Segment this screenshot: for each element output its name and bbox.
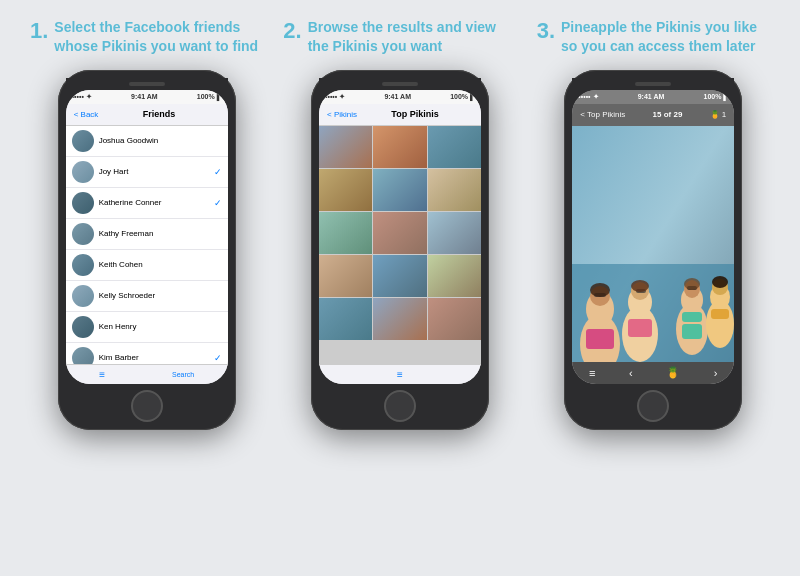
phone-2-navbar: < Pikinis Top Pikinis	[319, 104, 481, 126]
phone-3-counter: 15 of 29	[653, 110, 683, 119]
svg-point-23	[631, 280, 649, 292]
photo-cell-5[interactable]	[373, 169, 426, 211]
friend-avatar-7	[72, 316, 94, 338]
friend-name-6: Kelly Schroeder	[99, 291, 217, 300]
photo-cell-8[interactable]	[373, 212, 426, 254]
step-3-column: 3. Pineapple the Pikinis you like so you…	[527, 18, 780, 430]
photo-cell-10[interactable]	[319, 255, 372, 297]
phone-3-time: 9:41 AM	[638, 93, 665, 100]
phone-3-speaker	[635, 82, 671, 86]
friend-name-8: Kim Barber	[99, 353, 209, 362]
friend-row-4[interactable]: Kathy Freeman	[66, 219, 228, 250]
prev-photo-button[interactable]: ‹	[629, 367, 633, 379]
photo-cell-13[interactable]	[319, 298, 372, 340]
photo-detail[interactable]	[572, 126, 734, 362]
friend-avatar-2	[72, 161, 94, 183]
friend-avatar-8	[72, 347, 94, 364]
phone-2-back-button[interactable]: < Pikinis	[327, 110, 357, 119]
step-2-number: 2.	[283, 18, 301, 44]
menu-icon-2[interactable]: ≡	[397, 369, 403, 380]
photo-cell-14[interactable]	[373, 298, 426, 340]
photo-cell-12[interactable]	[428, 255, 481, 297]
phone-3-screen: ••••• ✦ 9:41 AM 100% ▌ < Top Pikinis 15 …	[572, 90, 734, 384]
phone-3-signal: ••••• ✦	[578, 93, 598, 101]
friend-row-6[interactable]: Kelly Schroeder	[66, 281, 228, 312]
step-1-text: Select the Facebook friends whose Pikini…	[54, 18, 263, 56]
phone-2-speaker	[382, 82, 418, 86]
phone-3-pineapple[interactable]: 🍍 1	[710, 110, 727, 119]
friend-row-2[interactable]: Joy Hart ✓	[66, 157, 228, 188]
photo-cell-1[interactable]	[319, 126, 372, 168]
photo-grid[interactable]	[319, 126, 481, 364]
friend-avatar-6	[72, 285, 94, 307]
phone-1-top	[66, 78, 228, 90]
step-2-header: 2. Browse the results and view the Pikin…	[283, 18, 516, 56]
phone-3-top	[572, 78, 734, 90]
phone-3-status-bar: ••••• ✦ 9:41 AM 100% ▌	[572, 90, 734, 104]
photo-cell-2[interactable]	[373, 126, 426, 168]
phone-1-status-bar: ••••• ✦ 9:41 AM 100% ▌	[66, 90, 228, 104]
step-2-column: 2. Browse the results and view the Pikin…	[273, 18, 526, 430]
friend-name-7: Ken Henry	[99, 322, 217, 331]
photo-cell-9[interactable]	[428, 212, 481, 254]
friend-check-8: ✓	[214, 353, 222, 363]
phone-1-speaker	[129, 82, 165, 86]
phone-1: ••••• ✦ 9:41 AM 100% ▌ < Back Friends Jo…	[58, 70, 236, 430]
phone-2: ••••• ✦ 9:41 AM 100% ▌ < Pikinis Top Pik…	[311, 70, 489, 430]
svg-rect-9	[628, 319, 652, 337]
friend-avatar-3	[72, 192, 94, 214]
photo-cell-6[interactable]	[428, 169, 481, 211]
phone-2-time: 9:41 AM	[384, 93, 411, 100]
phone-3-bottom-bar: ≡ ‹ 🍍 ›	[572, 362, 734, 384]
next-photo-button[interactable]: ›	[714, 367, 718, 379]
photo-cell-3[interactable]	[428, 126, 481, 168]
svg-rect-5	[586, 329, 614, 349]
photo-cell-4[interactable]	[319, 169, 372, 211]
phone-2-top	[319, 78, 481, 90]
svg-rect-18	[711, 309, 729, 319]
friend-name-3: Katherine Conner	[99, 198, 209, 207]
main-container: 1. Select the Facebook friends whose Pik…	[0, 0, 800, 576]
step-1-header: 1. Select the Facebook friends whose Pik…	[30, 18, 263, 56]
svg-point-22	[590, 283, 610, 297]
phone-2-home-button[interactable]	[384, 390, 416, 422]
phone-3: ••••• ✦ 9:41 AM 100% ▌ < Top Pikinis 15 …	[564, 70, 742, 430]
svg-rect-13	[682, 312, 702, 322]
pineapple-button[interactable]: 🍍	[666, 366, 680, 379]
phone-1-battery: 100% ▌	[197, 93, 222, 100]
photo-cell-15[interactable]	[428, 298, 481, 340]
photo-detail-image	[572, 126, 734, 362]
phone-1-bottom-bar: ≡ Search	[66, 364, 228, 384]
phone-1-signal: ••••• ✦	[72, 93, 92, 101]
phone-1-home-button[interactable]	[131, 390, 163, 422]
svg-point-24	[684, 278, 700, 290]
phone-1-navbar: < Back Friends	[66, 104, 228, 126]
friend-check-3: ✓	[214, 198, 222, 208]
friend-row-7[interactable]: Ken Henry	[66, 312, 228, 343]
phone-2-signal: ••••• ✦	[325, 93, 345, 101]
menu-icon-1[interactable]: ≡	[99, 369, 105, 380]
friend-name-4: Kathy Freeman	[99, 229, 217, 238]
phone-1-time: 9:41 AM	[131, 93, 158, 100]
friends-list[interactable]: Joshua Goodwin Joy Hart ✓ Katherine Conn…	[66, 126, 228, 364]
step-3-header: 3. Pineapple the Pikinis you like so you…	[537, 18, 770, 56]
phone-2-screen: ••••• ✦ 9:41 AM 100% ▌ < Pikinis Top Pik…	[319, 90, 481, 384]
phone-3-navbar: < Top Pikinis 15 of 29 🍍 1	[572, 104, 734, 126]
friend-row-5[interactable]: Keith Cohen	[66, 250, 228, 281]
phone-1-back-button[interactable]: < Back	[74, 110, 99, 119]
search-label-1[interactable]: Search	[172, 371, 194, 378]
phone-2-battery: 100% ▌	[450, 93, 475, 100]
step-3-number: 3.	[537, 18, 555, 44]
menu-icon-3[interactable]: ≡	[589, 367, 595, 379]
friend-row-3[interactable]: Katherine Conner ✓	[66, 188, 228, 219]
step-2-text: Browse the results and view the Pikinis …	[308, 18, 517, 56]
phone-3-back-button[interactable]: < Top Pikinis	[580, 110, 625, 119]
friend-avatar-1	[72, 130, 94, 152]
phone-3-home-button[interactable]	[637, 390, 669, 422]
photo-cell-11[interactable]	[373, 255, 426, 297]
friend-row-1[interactable]: Joshua Goodwin	[66, 126, 228, 157]
step-1-number: 1.	[30, 18, 48, 44]
friend-row-8[interactable]: Kim Barber ✓	[66, 343, 228, 364]
phone-1-nav-title: Friends	[143, 109, 176, 119]
photo-cell-7[interactable]	[319, 212, 372, 254]
